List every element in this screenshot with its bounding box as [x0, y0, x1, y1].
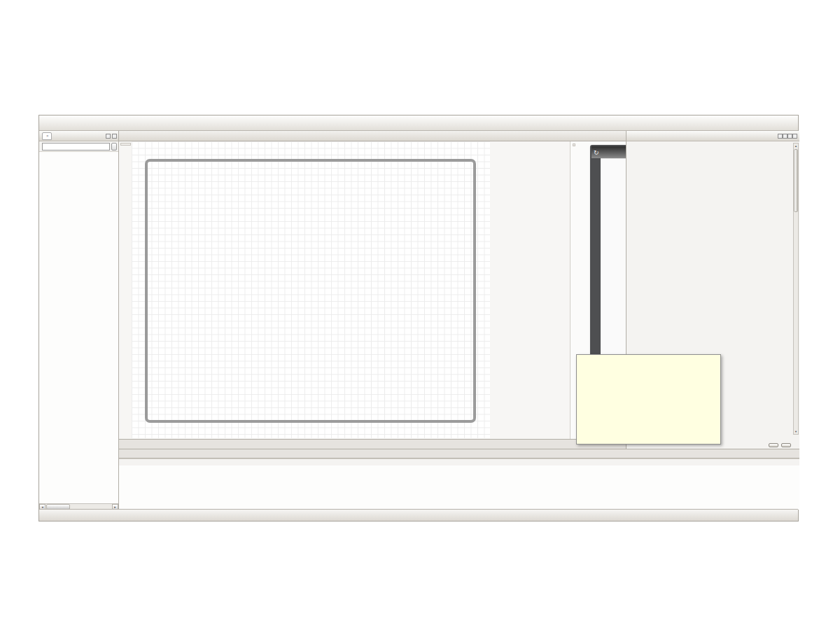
clear-button[interactable]: [111, 143, 117, 150]
editor-tabstrip: [119, 131, 626, 141]
layer-tabs: [119, 439, 626, 449]
maximize-icon[interactable]: [112, 134, 117, 139]
rotate-icon[interactable]: ↻: [594, 149, 599, 156]
search-input[interactable]: [42, 143, 110, 150]
floorplan-editor: ↻ – i: [119, 141, 626, 439]
equipment-tooltip: [576, 354, 721, 444]
cancel-button[interactable]: [781, 443, 791, 447]
view-menu-icon[interactable]: [783, 134, 788, 139]
link-icon[interactable]: [778, 134, 783, 139]
bottom-panel: [119, 449, 799, 510]
save-and-close-button[interactable]: [769, 443, 778, 447]
view-tabs: [119, 449, 799, 458]
search-row: [39, 141, 118, 152]
work-order-editor-header: [626, 131, 799, 141]
close-icon[interactable]: ×: [46, 134, 49, 138]
rack-toolbar: [573, 144, 575, 146]
genome-tree: [39, 152, 118, 503]
room-wall: [145, 159, 476, 423]
floorplan-canvas[interactable]: [132, 141, 490, 438]
tab-genomes[interactable]: ×: [42, 132, 52, 140]
floorplan-toolbar: [120, 143, 131, 146]
minimize-icon[interactable]: [106, 134, 111, 139]
status-bar: [39, 509, 798, 521]
maximize-icon[interactable]: [792, 134, 797, 139]
work-order-scrollbar[interactable]: ▲ ▼: [793, 143, 799, 435]
main-toolbar: [39, 115, 798, 131]
navigation-panel: × ◂ ▸: [39, 131, 119, 510]
navigation-header: ×: [39, 131, 118, 141]
minimize-icon[interactable]: [788, 134, 792, 139]
table-note: [119, 458, 799, 465]
app-window: × ◂ ▸ ↻: [38, 115, 799, 522]
